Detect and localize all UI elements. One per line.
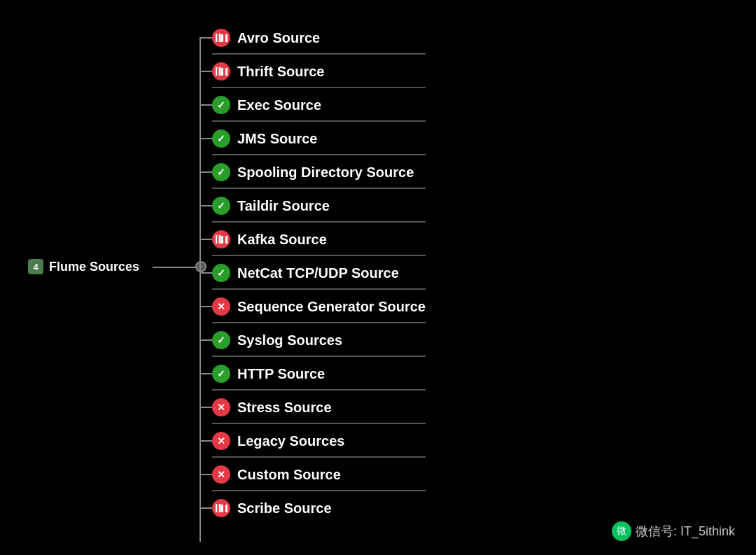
- item-label-kafka-source: Kafka Source: [237, 232, 327, 248]
- wechat-icon: 微: [612, 521, 631, 541]
- item-label-netcat-source: NetCat TCP/UDP Source: [237, 265, 399, 281]
- tree-item-spooling-source[interactable]: Spooling Directory Source: [200, 155, 426, 189]
- item-label-stress-source: Stress Source: [237, 400, 332, 416]
- tree-item-syslog-source[interactable]: Syslog Sources: [200, 323, 426, 357]
- item-label-thrift-source: Thrift Source: [237, 64, 324, 80]
- tree-item-legacy-source[interactable]: Legacy Sources: [200, 424, 426, 458]
- item-content: Kafka Source: [212, 230, 327, 248]
- flume-badge: 4: [28, 259, 43, 274]
- tree-container: Avro SourceThrift SourceExec SourceJMS S…: [200, 21, 426, 525]
- item-content: Avro Source: [212, 29, 320, 47]
- item-content: NetCat TCP/UDP Source: [212, 264, 399, 282]
- item-content: Sequence Generator Source: [212, 297, 426, 316]
- item-label-spooling-source: Spooling Directory Source: [237, 164, 414, 181]
- item-label-sequence-source: Sequence Generator Source: [237, 299, 426, 315]
- x-icon: [212, 398, 230, 416]
- item-content: Stress Source: [212, 398, 332, 416]
- x-icon: [212, 297, 230, 316]
- tree-item-netcat-source[interactable]: NetCat TCP/UDP Source: [200, 256, 426, 290]
- item-label-taildir-source: Taildir Source: [237, 198, 330, 214]
- check-icon: [212, 96, 230, 114]
- item-content: Syslog Sources: [212, 331, 342, 349]
- check-icon: [212, 197, 230, 215]
- tree-item-sequence-source[interactable]: Sequence Generator Source: [200, 290, 426, 323]
- tree-item-taildir-source[interactable]: Taildir Source: [200, 189, 426, 223]
- watermark: 微 微信号: IT_5ithink: [612, 521, 735, 541]
- pause-icon: [212, 499, 230, 517]
- tree-item-stress-source[interactable]: Stress Source: [200, 391, 426, 424]
- pause-icon: [212, 29, 230, 47]
- tree-item-http-source[interactable]: HTTP Source: [200, 357, 426, 391]
- item-content: JMS Source: [212, 129, 317, 148]
- tree-items-container: Avro SourceThrift SourceExec SourceJMS S…: [200, 21, 426, 525]
- pause-icon: [212, 230, 230, 248]
- item-content: Spooling Directory Source: [212, 163, 414, 181]
- item-content: Scribe Source: [212, 499, 332, 517]
- tree-item-jms-source[interactable]: JMS Source: [200, 122, 426, 155]
- item-content: Taildir Source: [212, 197, 330, 215]
- item-content: Exec Source: [212, 96, 321, 114]
- item-label-exec-source: Exec Source: [237, 97, 321, 113]
- item-label-http-source: HTTP Source: [237, 366, 325, 382]
- check-icon: [212, 129, 230, 148]
- item-label-scribe-source: Scribe Source: [237, 500, 332, 517]
- x-icon: [212, 432, 230, 450]
- watermark-text: 微信号: IT_5ithink: [636, 523, 735, 540]
- item-content: Legacy Sources: [212, 432, 344, 450]
- x-icon: [212, 465, 230, 484]
- check-icon: [212, 331, 230, 349]
- tree-item-custom-source[interactable]: Custom Source: [200, 458, 426, 491]
- flume-node: 4 Flume Sources: [28, 259, 139, 274]
- connector-horizontal: [153, 267, 202, 268]
- tree-item-thrift-source[interactable]: Thrift Source: [200, 55, 426, 88]
- flume-label: Flume Sources: [49, 260, 139, 274]
- tree-item-scribe-source[interactable]: Scribe Source: [200, 491, 426, 525]
- item-content: HTTP Source: [212, 365, 325, 383]
- tree-item-avro-source[interactable]: Avro Source: [200, 21, 426, 55]
- item-label-jms-source: JMS Source: [237, 131, 317, 147]
- item-content: Custom Source: [212, 465, 341, 484]
- tree-item-kafka-source[interactable]: Kafka Source: [200, 223, 426, 256]
- item-content: Thrift Source: [212, 62, 324, 80]
- item-label-legacy-source: Legacy Sources: [237, 433, 344, 449]
- tree-item-exec-source[interactable]: Exec Source: [200, 88, 426, 122]
- check-icon: [212, 365, 230, 383]
- check-icon: [212, 163, 230, 181]
- item-label-custom-source: Custom Source: [237, 467, 341, 483]
- main-container: 4 Flume Sources − Avro SourceThrift Sour…: [0, 0, 756, 555]
- item-label-avro-source: Avro Source: [237, 30, 320, 46]
- item-label-syslog-source: Syslog Sources: [237, 332, 342, 349]
- pause-icon: [212, 62, 230, 80]
- check-icon: [212, 264, 230, 282]
